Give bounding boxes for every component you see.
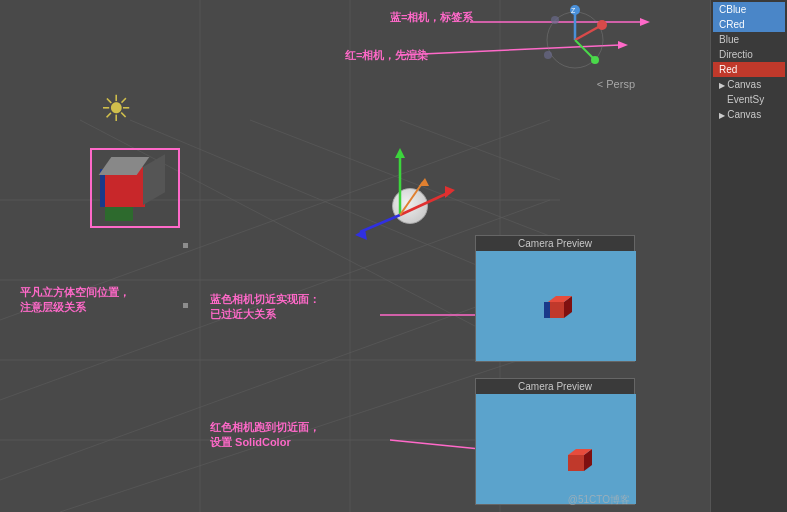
svg-text:Z: Z bbox=[571, 7, 576, 14]
svg-line-38 bbox=[575, 25, 602, 40]
annotation-red-camera-near: 红色相机跑到切近面，设置 SolidColor bbox=[210, 420, 320, 451]
svg-line-10 bbox=[400, 120, 560, 180]
svg-point-43 bbox=[551, 16, 559, 24]
svg-rect-48 bbox=[568, 455, 584, 471]
panel-item-canvas-2[interactable]: Canvas bbox=[713, 107, 785, 122]
svg-rect-44 bbox=[548, 302, 564, 318]
svg-rect-15 bbox=[183, 243, 188, 248]
svg-rect-16 bbox=[183, 303, 188, 308]
annotation-blue-camera-near: 蓝色相机切近实现面：已过近大关系 bbox=[210, 292, 320, 323]
camera-preview-title-2: Camera Preview bbox=[476, 379, 634, 394]
svg-point-39 bbox=[597, 20, 607, 30]
sun-icon: ☀ bbox=[100, 88, 132, 130]
camera-preview-title-1: Camera Preview bbox=[476, 236, 634, 251]
panel-item-cblue[interactable]: CBlue bbox=[713, 2, 785, 17]
svg-marker-27 bbox=[395, 148, 405, 158]
svg-rect-47 bbox=[544, 302, 550, 318]
annotation-cube-position: 平凡立方体空间位置，注意层级关系 bbox=[20, 285, 130, 316]
svg-line-30 bbox=[360, 215, 400, 232]
svg-line-20 bbox=[400, 45, 620, 55]
camera-preview-viewport-1 bbox=[476, 251, 636, 361]
preview-cube-2 bbox=[564, 449, 594, 477]
svg-point-34 bbox=[547, 12, 603, 68]
panel-item-red[interactable]: Red bbox=[713, 62, 785, 77]
camera-preview-viewport-2 bbox=[476, 394, 636, 504]
svg-point-41 bbox=[591, 56, 599, 64]
annotation-blue-camera: 蓝=相机，标签系 bbox=[390, 10, 473, 25]
svg-line-40 bbox=[575, 40, 595, 60]
persp-label: < Persp bbox=[597, 78, 635, 90]
right-panel: CBlue CRed Blue Directio Red Canvas Even… bbox=[710, 0, 787, 512]
world-gizmo: Z bbox=[540, 5, 610, 75]
panel-item-cred[interactable]: CRed bbox=[713, 17, 785, 32]
svg-marker-21 bbox=[618, 41, 628, 49]
cube-face-right bbox=[143, 154, 165, 205]
camera-sphere[interactable] bbox=[392, 188, 428, 224]
panel-item-directio[interactable]: Directio bbox=[713, 47, 785, 62]
hierarchy-panel: CBlue CRed Blue Directio Red Canvas Even… bbox=[711, 0, 787, 124]
svg-point-36 bbox=[570, 5, 580, 15]
camera-preview-1: Camera Preview bbox=[475, 235, 635, 362]
panel-item-eventsys[interactable]: EventSy bbox=[713, 92, 785, 107]
svg-marker-19 bbox=[640, 18, 650, 26]
panel-item-canvas-1[interactable]: Canvas bbox=[713, 77, 785, 92]
cube-object[interactable] bbox=[90, 148, 180, 228]
svg-marker-31 bbox=[355, 229, 367, 240]
cube-inner bbox=[100, 157, 170, 219]
camera-preview-2: Camera Preview bbox=[475, 378, 635, 505]
annotation-red-camera: 红=相机，先渲染 bbox=[345, 48, 428, 63]
main-viewport: < Persp ☀ Z bbox=[0, 0, 710, 512]
panel-item-blue[interactable]: Blue bbox=[713, 32, 785, 47]
preview-cube-1 bbox=[544, 296, 574, 324]
watermark: @51CTO博客 bbox=[568, 493, 630, 507]
cube-face-green bbox=[105, 207, 133, 221]
svg-marker-33 bbox=[419, 178, 429, 186]
svg-marker-29 bbox=[445, 186, 455, 198]
svg-point-42 bbox=[544, 51, 552, 59]
